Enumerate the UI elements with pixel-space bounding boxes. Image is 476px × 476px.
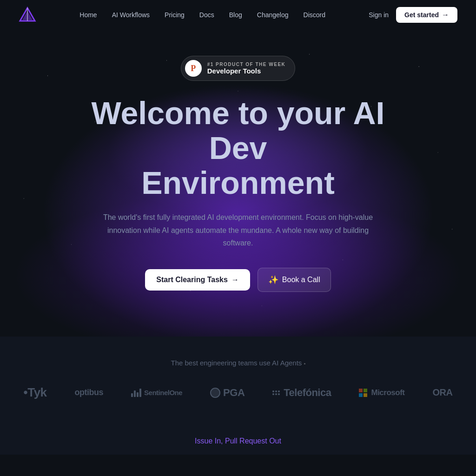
logo[interactable] — [19, 6, 36, 24]
nav-actions: Sign in Get started — [369, 7, 457, 23]
telefonica-dots-icon — [272, 390, 280, 395]
dot-decoration — [304, 363, 305, 364]
logos-section: The best engineering teams use AI Agents… — [0, 337, 476, 418]
hero-heading: Welcome to your AI Dev Environment — [75, 96, 401, 200]
navbar: Home AI Workflows Pricing Docs Blog Chan… — [0, 0, 476, 30]
microsoft-grid-icon — [359, 389, 367, 397]
hero-section: P #1 PRODUCT OF THE WEEK Developer Tools… — [0, 30, 476, 337]
nav-docs[interactable]: Docs — [199, 11, 214, 19]
hero-subtext: The world's first fully integrated AI de… — [94, 211, 382, 249]
nav-pricing[interactable]: Pricing — [165, 11, 185, 19]
start-clearing-tasks-button[interactable]: Start Clearing Tasks — [145, 269, 250, 291]
sign-in-button[interactable]: Sign in — [369, 11, 389, 19]
logo-optibus: optibus — [61, 388, 118, 397]
nav-changelog[interactable]: Changelog — [257, 11, 289, 19]
pga-circle-icon — [210, 388, 220, 398]
nav-ai-workflows[interactable]: AI Workflows — [112, 11, 150, 19]
logo-microsoft: Microsoft — [345, 388, 418, 397]
badge-title: Developer Tools — [207, 67, 261, 75]
logo-oracle: ORA — [418, 387, 466, 398]
logo-tyk: •Tyk — [10, 385, 61, 400]
nav-discord[interactable]: Discord — [304, 11, 325, 19]
nav-blog[interactable]: Blog — [229, 11, 242, 19]
bottom-teaser: Issue In, Pull Request Out — [0, 418, 476, 455]
cta-group: Start Clearing Tasks ✨ Book a Call — [145, 268, 331, 292]
nav-links: Home AI Workflows Pricing Docs Blog Chan… — [79, 11, 325, 19]
logos-subtitle: The best engineering teams use AI Agents — [0, 359, 476, 367]
sparkle-icon: ✨ — [268, 275, 278, 285]
arrow-right-icon — [442, 11, 449, 19]
bottom-teaser-link[interactable]: Issue In, Pull Request Out — [195, 437, 281, 445]
logos-row: •Tyk optibus SentinelOne PGA — [0, 385, 476, 400]
nav-home[interactable]: Home — [79, 11, 97, 19]
badge-label: #1 PRODUCT OF THE WEEK — [207, 62, 286, 67]
wordware-logo-icon — [19, 6, 36, 24]
cta-primary-arrow-icon — [231, 276, 239, 284]
sentinelone-bars-icon — [131, 389, 141, 397]
logo-telefonica: Telefónica — [258, 387, 345, 399]
logo-pga: PGA — [196, 387, 258, 399]
logo-sentinelone: SentinelOne — [117, 389, 196, 397]
producthunt-icon: P — [185, 60, 202, 77]
get-started-button[interactable]: Get started — [396, 7, 457, 23]
product-hunt-badge[interactable]: P #1 PRODUCT OF THE WEEK Developer Tools — [181, 56, 296, 81]
book-a-call-button[interactable]: ✨ Book a Call — [258, 268, 331, 292]
